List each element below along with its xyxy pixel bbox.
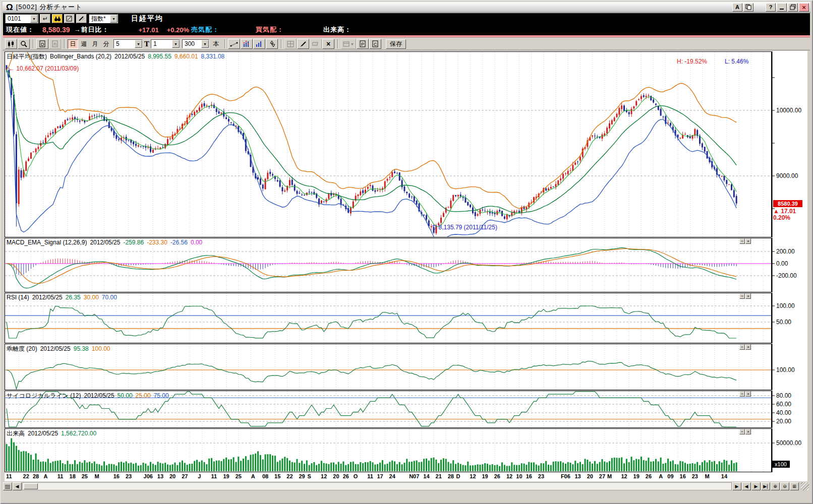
go-to-end-button[interactable]: ▶| [761,482,770,490]
svg-text:50000.00: 50000.00 [776,439,801,447]
psych-header: サイコロジカルライン (12)2012/05/2550.0025.0075.00 [7,392,172,400]
oscillator-panel-button[interactable] [253,39,265,49]
price-tag-pct: 0.20% [773,214,790,221]
rsi-chart[interactable]: 100.0050.00 [5,293,807,343]
scroll-lines-button[interactable] [3,482,12,490]
x-axis-label: 12 [621,473,627,479]
panel-close-button[interactable]: × [745,293,751,299]
binoculars-icon [54,16,61,22]
rsi-high-ref: 70.00 [102,294,117,301]
page-d-button[interactable]: D [36,39,48,49]
volume-value: 1,562,720.00 [61,430,96,437]
x-axis-label: 20 [169,473,176,479]
rsi-date: 2012/05/25 [32,294,63,301]
panel-minimize-button[interactable]: − [739,429,745,434]
erase-tool-button[interactable] [310,39,322,49]
restore-button[interactable] [788,3,798,12]
indicator-overlay-button[interactable] [241,39,253,49]
interval-combo[interactable]: 5 ▼ [113,39,143,48]
symbol-code-combo[interactable]: 0101 ▼ [5,14,38,23]
x-axis-label: 29 [299,473,305,479]
x-axis-label: 22 [286,473,293,479]
volume-chart[interactable]: 50000.00 [5,428,807,472]
zoom-out-button[interactable]: ⊖ [780,482,789,490]
pan-right-button[interactable]: ▶ [751,482,761,490]
x-axis-label: 09 [667,473,673,479]
memo-button[interactable] [64,14,75,23]
current-price-tag: 8580.39 [773,200,802,207]
print-page-button[interactable]: P [357,39,369,49]
multiplier-combo[interactable]: 1 ▼ [151,39,180,48]
x-axis-label: 17 [377,473,383,479]
toolbar-separator [33,39,34,48]
enter-button[interactable]: ↵ [40,14,50,23]
bars-unit-button[interactable]: 本 [211,39,221,49]
x-axis-label: J [198,473,201,479]
x-axis-label: 20 [587,473,593,479]
kairi-chart[interactable]: 100.00 [5,344,807,390]
grid-toggle-button[interactable]: ⊞ [790,482,799,490]
scale-adjust-button[interactable] [266,39,278,49]
clear-drawing-button[interactable] [76,14,87,23]
title-bar[interactable]: Ω [5002] 分析チャート A ? × [3,2,810,13]
pencil-icon [300,40,307,47]
grid-tool-button[interactable] [284,39,297,49]
scroll-right-button[interactable]: ▶ [732,482,741,490]
x-axis-label: 28 [448,473,454,479]
market-category-combo[interactable]: 指数* ▼ [89,14,118,23]
rsi-value: 26.35 [66,294,81,301]
bb-upper-value: 9,660.01 [175,53,198,60]
resize-grip[interactable] [801,482,809,490]
macd-chart[interactable]: 200.000.00-200.00 [5,238,807,292]
main-price-chart[interactable]: 10000.009000.00 [5,51,807,237]
delete-all-button[interactable]: × [322,39,334,49]
font-button[interactable]: A [732,3,742,12]
chevron-down-icon[interactable]: ▼ [172,40,180,48]
zoom-in-button[interactable]: ⊕ [771,482,780,490]
panel-close-button[interactable]: × [745,429,751,434]
draw-tool-button[interactable] [297,39,309,49]
search-binoculars-button[interactable] [52,14,63,23]
period-minute-button[interactable]: 分 [101,39,111,49]
macd-title: MACD_EMA_Signal (12,26,9) [7,239,87,246]
volume-date: 2012/05/25 [28,430,58,437]
panel-close-button[interactable]: × [745,344,751,350]
x-axis-label: 16 [526,473,532,479]
panel-minimize-button[interactable]: − [739,344,745,350]
scroll-left-button[interactable]: ◀ [13,482,22,490]
panel-close-button[interactable]: × [745,391,751,397]
panel-close-button[interactable]: × [745,238,751,244]
candle-chart-button[interactable] [5,39,17,49]
psych-high-ref: 75.00 [154,392,169,399]
page-r-button[interactable]: R [49,39,61,49]
trendline-tool-button[interactable] [228,39,240,49]
macd-hist-value: -26.56 [170,239,188,246]
scroll-thumb[interactable] [24,483,38,489]
save-button[interactable]: 保存 [386,39,406,49]
svg-text:100.00: 100.00 [776,302,795,309]
chevron-down-icon[interactable]: ▼ [110,15,118,23]
period-day-button[interactable]: 日 [68,39,78,49]
x-axis-label: 27 [182,473,188,479]
copy-window-button[interactable] [743,3,753,12]
x-axis-label: M [705,473,709,479]
close-button[interactable]: × [799,3,809,12]
window-layout-button[interactable] [341,39,356,49]
pan-left-button[interactable]: ◀ [742,482,751,490]
help-button[interactable]: ? [766,3,776,12]
minimize-button[interactable] [777,3,787,12]
zoom-search-button[interactable] [18,39,30,49]
period-month-button[interactable]: 月 [90,39,100,49]
copy-page-button[interactable]: C [369,39,381,49]
chevron-down-icon[interactable]: ▼ [135,40,142,48]
multiplier-value: 1 [151,40,172,47]
chevron-down-icon[interactable]: ▼ [30,15,38,23]
panel-minimize-button[interactable]: − [739,293,745,299]
scroll-track[interactable] [22,482,732,490]
chevron-down-icon[interactable]: ▼ [201,40,209,48]
panel-minimize-button[interactable]: − [739,391,745,397]
prev-diff-label: →前日比： [74,25,109,34]
bar-count-combo[interactable]: 300 ▼ [182,39,209,48]
panel-minimize-button[interactable]: − [739,238,745,244]
period-week-button[interactable]: 週 [79,39,89,49]
